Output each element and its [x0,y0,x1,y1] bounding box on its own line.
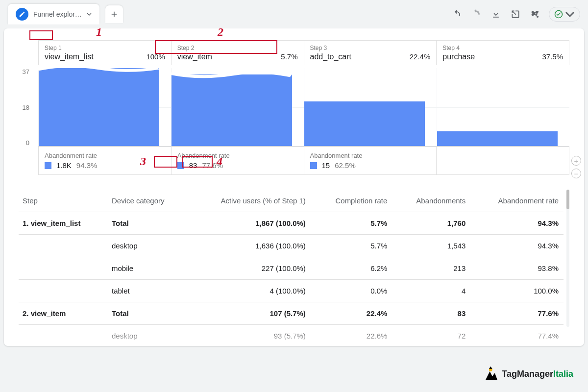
check-icon [554,10,563,19]
abandon-step-3: Abandonment rate 1562.5% [304,147,437,175]
step-3-header[interactable]: Step 3 add_to_cart22.4% [304,40,437,65]
pencil-icon [16,8,28,21]
step-label: Step 1 [45,45,62,51]
bar-step-2 [172,74,292,146]
step-1-header[interactable]: Step 1 view_item_list100% [38,40,171,65]
bar-step-1 [39,68,159,146]
add-tab-button[interactable] [105,5,123,23]
table-row[interactable]: 2. view_itemTotal107 (5.7%)22.4%8377.6% [19,302,564,325]
step-label: Step 2 [177,45,195,51]
insights-status[interactable] [549,7,580,22]
step-name: view_item_list [45,52,94,61]
col-aband[interactable]: Abandonments [392,190,470,212]
col-completion[interactable]: Completion rate [311,190,392,212]
tab-funnel-exploration[interactable]: Funnel explor… [8,4,99,24]
abandon-pct: 62.5% [335,161,356,170]
funnel-chart [38,68,569,147]
col-abandrate[interactable]: Abandonment rate [470,190,564,212]
logo-text-a: TagManager [502,369,553,379]
export-icon[interactable] [510,8,521,20]
col-device[interactable]: Device category [107,190,185,212]
abandon-step-2: Abandonment rate 8377.6% [171,147,304,175]
svg-point-2 [537,16,539,18]
abandon-step-1: Abandonment rate 1.8K94.3% [38,147,171,175]
redo-icon[interactable] [470,8,482,20]
step-name: purchase [442,52,475,61]
series-swatch [310,162,317,169]
abandon-pct: 94.3% [76,161,98,170]
report-panel: Step 1 view_item_list100% Step 2 view_it… [4,28,584,346]
zoom-in-button[interactable]: + [571,156,581,166]
bar-step-3 [304,101,425,146]
step-4-header[interactable]: Step 4 purchase37.5% [436,40,569,65]
logo-text-b: Italia [553,369,573,379]
caret-down-icon[interactable] [87,10,92,18]
caret-down-icon [565,9,575,19]
table-row[interactable]: mobile227 (100.0%)6.2%21393.8% [19,257,564,280]
bar-step-4 [437,131,558,146]
step-pct: 22.4% [410,52,431,61]
ytick: 37 [23,68,34,75]
step-pct: 100% [146,52,165,61]
series-swatch [177,162,184,169]
funnel-table: Step Device category Active users (% of … [19,190,564,347]
table-row[interactable]: 1. view_item_listTotal1,867 (100.0%)5.7%… [19,212,564,235]
abandon-count: 83 [189,161,197,170]
col-step[interactable]: Step [19,190,107,212]
step-pct: 5.7% [281,52,297,61]
abandon-label: Abandonment rate [310,152,431,159]
abandon-count: 15 [322,161,330,170]
step-name: add_to_cart [310,52,352,61]
col-active[interactable]: Active users (% of Step 1) [185,190,311,212]
download-icon[interactable] [490,8,502,20]
zoom-out-button[interactable]: − [571,169,581,178]
ytick: 0 [26,139,34,147]
tab-label: Funnel explor… [33,10,82,18]
step-pct: 37.5% [542,52,563,61]
step-label: Step 4 [442,45,460,51]
ytick: 18 [23,104,34,111]
undo-icon[interactable] [451,8,463,20]
abandon-pct: 77.6% [202,161,223,170]
watermark-logo: TagManagerItalia [483,366,573,382]
table-row[interactable]: tablet4 (100.0%)0.0%4100.0% [19,280,564,302]
abandon-count: 1.8K [56,161,72,170]
y-axis: 37 18 0 [19,68,38,147]
abandon-step-4 [436,147,569,175]
abandon-label: Abandonment rate [177,152,298,159]
step-name: view_item [177,52,212,61]
step-2-header[interactable]: Step 2 view_item5.7% [171,40,304,65]
table-scrollbar[interactable] [566,190,569,327]
series-swatch [45,162,51,169]
share-icon[interactable] [529,8,541,20]
abandon-label: Abandonment rate [45,152,165,159]
step-label: Step 3 [310,45,327,51]
table-row[interactable]: desktop1,636 (100.0%)5.7%1,54394.3% [19,235,564,257]
